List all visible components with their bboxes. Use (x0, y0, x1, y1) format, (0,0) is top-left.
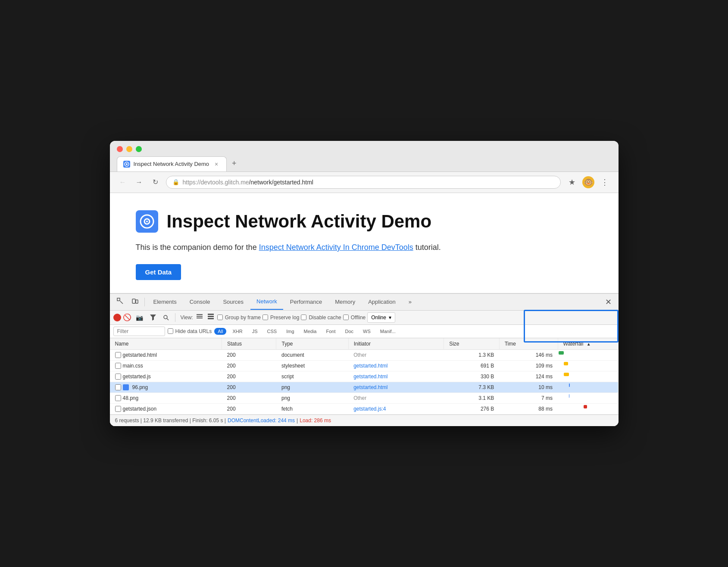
cell-name: main.css (110, 361, 222, 371)
row-checkbox[interactable] (115, 374, 121, 380)
filter-xhr[interactable]: XHR (229, 328, 246, 335)
cell-initiator[interactable]: getstarted.html (348, 382, 444, 393)
large-view-button[interactable] (206, 313, 216, 322)
filter-js[interactable]: JS (249, 328, 261, 335)
tab-sources[interactable]: Sources (217, 294, 250, 309)
filter-input[interactable] (113, 327, 165, 336)
url-bar[interactable]: 🔒 https://devtools.glitch.me/network/get… (166, 176, 561, 189)
status-separator: | (297, 417, 298, 424)
cell-initiator[interactable]: getstarted.html (348, 371, 444, 382)
cell-initiator[interactable]: getstarted.js:4 (348, 404, 444, 414)
filter-font[interactable]: Font (322, 328, 339, 335)
table-header-row: Name Status Type Initiator Size Time Wat… (110, 338, 619, 350)
preserve-log-label[interactable]: Preserve log (262, 315, 299, 321)
group-by-frame-label[interactable]: Group by frame (217, 315, 261, 321)
cell-time: 10 ms (499, 382, 558, 393)
tab-network[interactable]: Network (250, 294, 283, 310)
back-button[interactable]: ← (117, 176, 129, 188)
tab-elements[interactable]: Elements (147, 294, 183, 309)
page-description: This is the companion demo for the Inspe… (136, 241, 593, 254)
filter-button[interactable] (147, 313, 159, 322)
initiator-link[interactable]: getstarted.html (353, 363, 387, 369)
cell-size: 3.1 KB (444, 393, 500, 404)
row-checkbox[interactable] (115, 363, 121, 369)
tab-performance[interactable]: Performance (284, 294, 328, 309)
row-checkbox[interactable] (115, 384, 121, 390)
tab-bar: Inspect Network Activity Demo × + (117, 156, 612, 171)
hide-data-urls-text: Hide data URLs (175, 328, 212, 334)
filter-img[interactable]: Img (283, 328, 297, 335)
table-row[interactable]: 48.png200pngOther3.1 KB7 ms (110, 393, 619, 404)
svg-rect-14 (208, 314, 214, 315)
group-by-frame-checkbox[interactable] (217, 315, 223, 320)
cell-initiator[interactable]: getstarted.html (348, 361, 444, 371)
forward-button[interactable]: → (133, 176, 145, 188)
offline-checkbox[interactable] (343, 315, 349, 320)
cell-status: 200 (222, 361, 276, 371)
device-toolbar-button[interactable] (128, 294, 142, 310)
reload-button[interactable]: ↻ (150, 176, 162, 188)
bookmark-button[interactable]: ★ (565, 175, 579, 189)
initiator-link[interactable]: getstarted.html (353, 374, 387, 380)
minimize-button[interactable] (126, 146, 132, 152)
tab-application[interactable]: Application (362, 294, 402, 309)
inspect-element-button[interactable] (113, 294, 127, 310)
maximize-button[interactable] (136, 146, 142, 152)
filter-manifest[interactable]: Manif... (377, 328, 399, 335)
browser-tab[interactable]: Inspect Network Activity Demo × (117, 156, 227, 171)
disable-cache-label[interactable]: Disable cache (301, 315, 341, 321)
new-tab-button[interactable]: + (228, 156, 241, 171)
cell-name: getstarted.js (110, 371, 222, 382)
tab-console[interactable]: Console (184, 294, 216, 309)
url-text: https://devtools.glitch.me/network/getst… (183, 179, 554, 186)
tab-more[interactable]: » (403, 294, 418, 309)
cell-name: getstarted.json (110, 404, 222, 414)
camera-button[interactable]: 📷 (133, 313, 146, 322)
filter-css[interactable]: CSS (264, 328, 281, 335)
hide-data-urls-label[interactable]: Hide data URLs (168, 328, 212, 334)
cell-status: 200 (222, 404, 276, 414)
tab-close-button[interactable]: × (212, 160, 220, 168)
tutorial-link[interactable]: Inspect Network Activity In Chrome DevTo… (259, 243, 413, 252)
table-row[interactable]: main.css200stylesheetgetstarted.html691 … (110, 361, 619, 371)
cell-size: 330 B (444, 371, 500, 382)
initiator-link[interactable]: getstarted.js:4 (353, 406, 386, 412)
table-row[interactable]: getstarted.js200scriptgetstarted.html330… (110, 371, 619, 382)
filter-doc[interactable]: Doc (341, 328, 357, 335)
cell-waterfall (558, 382, 618, 393)
filter-ws[interactable]: WS (359, 328, 374, 335)
hide-data-urls-checkbox[interactable] (168, 328, 173, 334)
menu-button[interactable]: ⋮ (598, 175, 612, 189)
list-view-button[interactable] (195, 313, 204, 322)
get-data-button[interactable]: Get Data (136, 264, 181, 280)
cell-waterfall (558, 393, 618, 404)
filter-all[interactable]: All (214, 328, 226, 335)
filter-media[interactable]: Media (300, 328, 320, 335)
table-row[interactable]: getstarted.json200fetchgetstarted.js:427… (110, 404, 619, 414)
cell-type: png (276, 393, 348, 404)
devtools-close-button[interactable]: ✕ (602, 294, 615, 310)
table-row[interactable]: getstarted.html200documentOther1.3 KB146… (110, 349, 619, 361)
file-name: 48.png (123, 395, 139, 401)
devtools-tab-bar: Elements Console Sources Network Perform… (110, 294, 619, 311)
search-button[interactable] (160, 313, 172, 322)
profile-avatar[interactable]: 🐵 (582, 176, 594, 188)
close-button[interactable] (117, 146, 123, 152)
page-title: Inspect Network Activity Demo (167, 211, 432, 232)
svg-marker-8 (150, 315, 156, 321)
row-checkbox[interactable] (115, 395, 121, 401)
table-row[interactable]: 96.png200pnggetstarted.html7.3 KB10 ms (110, 382, 619, 393)
tab-favicon (123, 161, 130, 168)
throttle-dropdown[interactable]: Online ▾ (367, 312, 395, 323)
offline-label[interactable]: Offline (343, 315, 366, 321)
row-checkbox[interactable] (115, 406, 121, 412)
preserve-log-checkbox[interactable] (262, 315, 268, 320)
clear-button[interactable]: 🚫 (123, 313, 131, 321)
initiator-link[interactable]: getstarted.html (353, 384, 387, 390)
waterfall-bar (564, 373, 569, 376)
header-name: Name (110, 338, 222, 350)
tab-memory[interactable]: Memory (329, 294, 361, 309)
disable-cache-checkbox[interactable] (301, 315, 306, 320)
row-checkbox[interactable] (115, 352, 121, 358)
record-button[interactable] (113, 314, 121, 321)
